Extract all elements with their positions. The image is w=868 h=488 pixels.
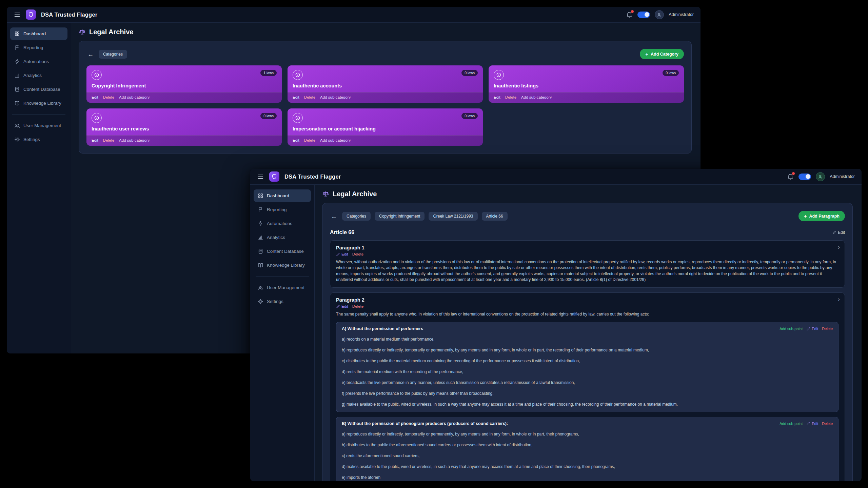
- titlebar: DSA Trusted Flagger Administrator: [7, 7, 701, 23]
- breadcrumb-article-66[interactable]: Article 66: [482, 212, 508, 221]
- edit-link[interactable]: Edit: [806, 422, 818, 426]
- edit-link[interactable]: Edit: [293, 138, 299, 142]
- notifications-bell-icon[interactable]: [626, 11, 633, 18]
- subpoint-item: a) records on a material medium their pe…: [342, 337, 833, 342]
- sidebar-item-dashboard[interactable]: Dashboard: [10, 27, 67, 40]
- sidebar-item-reporting[interactable]: Reporting: [10, 41, 67, 54]
- add-sub-category-link[interactable]: Add sub-category: [119, 138, 150, 142]
- laws-count-badge: 0 laws: [461, 113, 478, 119]
- paragraph-body: Whoever, without authorization and in vi…: [336, 259, 839, 283]
- delete-link[interactable]: Delete: [822, 327, 833, 331]
- sidebar-item-label: Automations: [23, 59, 49, 64]
- paragraph-actions: Edit Delete: [336, 252, 839, 256]
- bar-chart-icon: [14, 73, 20, 78]
- category-title: Impersonation or account hijacking: [293, 126, 478, 131]
- breadcrumb-greek-law[interactable]: Greek Law 2121/1993: [429, 212, 477, 221]
- delete-link[interactable]: Delete: [304, 95, 315, 99]
- sidebar-item-user-management[interactable]: User Management: [10, 119, 67, 132]
- edit-link[interactable]: Edit: [92, 138, 98, 142]
- chevron-right-icon[interactable]: ›: [838, 296, 840, 302]
- add-sub-point-link[interactable]: Add sub-point: [780, 327, 803, 331]
- titlebar-right: Administrator: [787, 172, 855, 181]
- notifications-bell-icon[interactable]: [787, 173, 794, 180]
- sidebar-item-content-database[interactable]: Content Database: [254, 245, 311, 258]
- subpoint-heading: A) Without the permission of performers: [342, 326, 423, 331]
- add-sub-category-link[interactable]: Add sub-category: [521, 95, 552, 99]
- edit-link[interactable]: Edit: [806, 327, 818, 331]
- sidebar-item-analytics[interactable]: Analytics: [254, 231, 311, 244]
- breadcrumb-categories[interactable]: Categories: [342, 212, 371, 221]
- edit-link[interactable]: Edit: [293, 95, 299, 99]
- database-icon: [258, 248, 263, 254]
- pencil-icon: [806, 327, 810, 331]
- bar-chart-icon: [258, 235, 263, 240]
- sidebar-item-automations[interactable]: Automations: [254, 217, 311, 230]
- laws-count-badge: 0 laws: [260, 113, 277, 119]
- delete-link[interactable]: Delete: [352, 304, 363, 308]
- categories-panel: ← Categories + Add Category 1 laws Copyr…: [79, 41, 692, 154]
- edit-label: Edit: [838, 230, 845, 235]
- delete-link[interactable]: Delete: [505, 95, 516, 99]
- flag-icon: [258, 207, 263, 212]
- sidebar-item-label: Reporting: [23, 45, 43, 50]
- paragraph-body: The same penalty shall apply to anyone w…: [336, 311, 839, 317]
- menu-icon[interactable]: [14, 11, 21, 18]
- page-title-row: Legal Archive: [322, 190, 853, 198]
- back-button[interactable]: ←: [330, 213, 338, 219]
- sidebar-item-knowledge-library[interactable]: Knowledge Library: [254, 259, 311, 271]
- theme-toggle[interactable]: [637, 12, 650, 18]
- delete-link[interactable]: Delete: [304, 138, 315, 142]
- back-button[interactable]: ←: [86, 51, 95, 57]
- sidebar-item-settings[interactable]: Settings: [10, 133, 67, 146]
- sidebar-item-label: Content Database: [267, 249, 304, 254]
- category-card-inauthentic-accounts: 0 laws Inauthentic accounts Edit Delete …: [288, 65, 483, 103]
- category-title: Inauthentic user reviews: [92, 126, 277, 131]
- theme-toggle[interactable]: [798, 174, 811, 180]
- sidebar-item-reporting[interactable]: Reporting: [254, 203, 311, 216]
- category-icon: [92, 70, 102, 80]
- edit-link[interactable]: Edit: [92, 95, 98, 99]
- main-content: Legal Archive ← Categories Copyright Inf…: [315, 185, 862, 481]
- sidebar-item-dashboard[interactable]: Dashboard: [254, 189, 311, 202]
- edit-link[interactable]: Edit: [336, 252, 348, 256]
- chevron-right-icon[interactable]: ›: [838, 244, 840, 250]
- add-sub-category-link[interactable]: Add sub-category: [320, 95, 351, 99]
- add-paragraph-button[interactable]: + Add Paragraph: [798, 211, 845, 221]
- database-icon: [14, 86, 20, 92]
- breadcrumb-copyright-infringement[interactable]: Copyright Infringement: [375, 212, 425, 221]
- sidebar-item-knowledge-library[interactable]: Knowledge Library: [10, 97, 67, 109]
- add-sub-category-link[interactable]: Add sub-category: [320, 138, 351, 142]
- app-title: DSA Trusted Flagger: [284, 174, 341, 180]
- sidebar-item-automations[interactable]: Automations: [10, 55, 67, 68]
- delete-link[interactable]: Delete: [352, 252, 363, 256]
- sidebar-item-label: Automations: [267, 221, 292, 226]
- sidebar-item-label: Dashboard: [267, 193, 289, 198]
- menu-icon[interactable]: [257, 173, 264, 180]
- delete-link[interactable]: Delete: [103, 138, 114, 142]
- article-panel: ← Categories Copyright Infringement Gree…: [322, 203, 853, 481]
- sidebar-divider: [256, 276, 309, 277]
- sidebar-item-analytics[interactable]: Analytics: [10, 69, 67, 82]
- add-sub-category-link[interactable]: Add sub-category: [119, 95, 150, 99]
- edit-link[interactable]: Edit: [494, 95, 500, 99]
- delete-link[interactable]: Delete: [822, 422, 833, 426]
- sidebar-item-user-management[interactable]: User Management: [254, 281, 311, 294]
- edit-link[interactable]: Edit: [336, 304, 348, 308]
- add-paragraph-label: Add Paragraph: [809, 214, 840, 219]
- add-category-button[interactable]: + Add Category: [640, 49, 684, 59]
- app-logo-shield-icon: [269, 171, 279, 182]
- sidebar-item-content-database[interactable]: Content Database: [10, 83, 67, 96]
- flag-icon: [14, 45, 20, 50]
- delete-link[interactable]: Delete: [103, 95, 114, 99]
- sidebar-item-label: User Management: [267, 285, 304, 290]
- sidebar: Dashboard Reporting Automations Analytic…: [7, 23, 71, 353]
- avatar[interactable]: [655, 10, 664, 19]
- avatar[interactable]: [816, 172, 825, 181]
- add-category-label: Add Category: [651, 52, 678, 57]
- article-edit-link[interactable]: Edit: [832, 230, 845, 235]
- subpoint-item: e) broadcasts the live performance in an…: [342, 380, 833, 385]
- sidebar-item-settings[interactable]: Settings: [254, 295, 311, 308]
- breadcrumb-categories[interactable]: Categories: [99, 50, 127, 59]
- paragraph-card-1: › Paragraph 1 Edit Delete Whoever, witho…: [330, 240, 845, 288]
- add-sub-point-link[interactable]: Add sub-point: [780, 422, 803, 426]
